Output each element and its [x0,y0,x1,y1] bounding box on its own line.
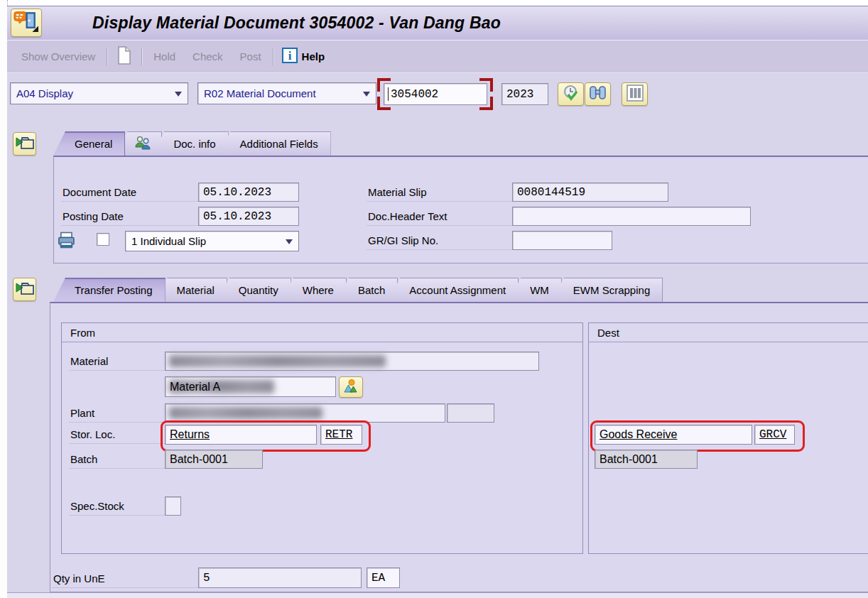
dest-stor-loc-code-field[interactable]: GRCV [754,425,795,445]
material-description-field[interactable]: Material A [165,376,336,397]
find-icon [589,85,607,104]
material-slip-value: 0080144519 [517,186,585,199]
document-date-value: 05.10.2023 [203,186,271,199]
document-date-label: Document Date [61,183,198,202]
qty-in-une-field[interactable]: 5 [198,567,362,588]
tab-label: Batch [358,284,385,296]
execute-button[interactable] [558,82,584,106]
redacted-content [169,355,386,367]
toolbar-separator [273,48,273,65]
transfer-posting-panel: From Material Material A Plant Stor. Loc… [50,302,868,592]
reference-doc-value: R02 Material Document [204,87,316,99]
services-for-object-icon [13,9,40,36]
posting-date-field[interactable]: 05.10.2023 [198,207,299,226]
from-stor-loc-description-field[interactable]: Returns [165,425,317,445]
redacted-content [169,407,322,419]
material-field-redacted[interactable] [165,352,539,371]
year-input[interactable]: 2023 [501,83,548,105]
qty-in-une-label: Qty in UnE [52,567,198,588]
transaction-mode-value: A04 Display [16,87,73,99]
material-label: Material [69,352,165,371]
doc-header-text-label: Doc.Header Text [367,207,512,226]
tab-material[interactable]: Material [156,278,227,302]
from-groupbox-title: From [62,323,582,342]
new-document-icon [117,46,131,67]
expand-icon [15,279,35,300]
doc-header-text-field[interactable] [512,207,751,226]
from-batch-value: Batch-0001 [170,453,228,466]
material-slip-field[interactable]: 0080144519 [512,183,668,202]
post-button[interactable]: Post [240,50,261,62]
chevron-down-icon [363,92,370,100]
tab-quantity[interactable]: Quantity [217,278,291,302]
gr-gi-slip-field[interactable] [512,231,612,250]
tab-label: Transfer Posting [75,284,153,296]
tab-transfer-posting[interactable]: Transfer Posting [53,278,166,302]
tab-account-assignment[interactable]: Account Assignment [388,278,519,302]
title-bar: Display Material Document 3054002 - Van … [7,6,868,40]
material-description-value: Material A [170,381,220,393]
execute-icon [562,84,580,105]
print-checkbox[interactable] [97,233,109,246]
detail-list-button[interactable] [622,82,648,106]
slip-type-value: 1 Individual Slip [131,235,206,247]
tab-label: Quantity [239,284,278,296]
tab-general[interactable]: General [53,131,125,156]
dest-batch-field[interactable]: Batch-0001 [595,450,698,469]
focus-bracket-annotation [377,78,493,110]
gr-gi-slip-label: GR/GI Slip No. [367,231,512,250]
expand-header-button[interactable] [13,132,36,156]
chevron-down-icon [286,239,293,248]
plant-field-redacted[interactable] [165,403,445,423]
posting-date-value: 05.10.2023 [203,210,271,223]
spec-stock-field[interactable] [165,496,181,516]
window-bottom-edge [7,592,868,598]
qty-in-une-value: 5 [203,572,210,585]
expand-icon [15,134,35,155]
printer-icon [57,231,77,252]
transaction-mode-select[interactable]: A04 Display [10,82,188,104]
plant-label: Plant [69,403,165,423]
toolbar-separator [107,48,107,65]
from-stor-loc-code-field[interactable]: RETR [320,425,362,445]
tab-additional-fields[interactable]: Additional Fields [219,131,331,156]
help-button[interactable]: i Help [282,48,325,65]
tab-ewm-scrapping[interactable]: EWM Scrapping [552,278,663,302]
dest-stor-loc-description-value: Goods Receive [600,428,677,441]
reference-doc-select[interactable]: R02 Material Document [197,82,376,104]
from-stor-loc-description-value: Returns [170,428,210,441]
info-icon: i [282,48,298,65]
help-label: Help [302,50,325,62]
dest-groupbox-title: Dest [589,323,868,342]
tab-label: Doc. info [173,138,215,150]
batch-label: Batch [69,450,165,469]
item-tabstrip: Transfer Posting Material Quantity Where… [53,277,663,302]
hold-button[interactable]: Hold [153,50,175,62]
tab-doc-info[interactable]: Doc. info [152,131,228,156]
find-button[interactable] [585,82,611,106]
tab-label: Material [177,284,215,296]
page-title: Display Material Document 3054002 - Van … [92,6,501,40]
tab-label: Additional Fields [240,138,318,150]
show-overview-button[interactable]: Show Overview [21,50,95,62]
new-document-button[interactable] [117,46,131,67]
from-stor-loc-code-value: RETR [325,428,352,441]
from-batch-field[interactable]: Batch-0001 [165,450,263,469]
svg-text:i: i [288,49,291,62]
spec-stock-label: Spec.Stock [69,496,165,516]
tab-label: General [75,138,112,150]
slip-type-select[interactable]: 1 Individual Slip [125,231,299,251]
unit-field[interactable]: EA [367,567,400,588]
check-button[interactable]: Check [192,50,223,62]
services-for-object-button[interactable] [11,9,42,37]
dest-stor-loc-code-value: GRCV [759,428,786,441]
document-date-field[interactable]: 05.10.2023 [198,183,299,202]
toolbar-separator [141,48,142,65]
dest-stor-loc-description-field[interactable]: Goods Receive [595,425,752,445]
expand-item-button[interactable] [13,278,36,301]
tab-label: Account Assignment [409,284,506,296]
tab-label: Where [303,284,334,296]
from-groupbox: From Material Material A Plant Stor. Loc… [61,322,583,554]
plant-extra-field[interactable] [447,403,494,423]
material-image-button[interactable] [339,376,363,398]
